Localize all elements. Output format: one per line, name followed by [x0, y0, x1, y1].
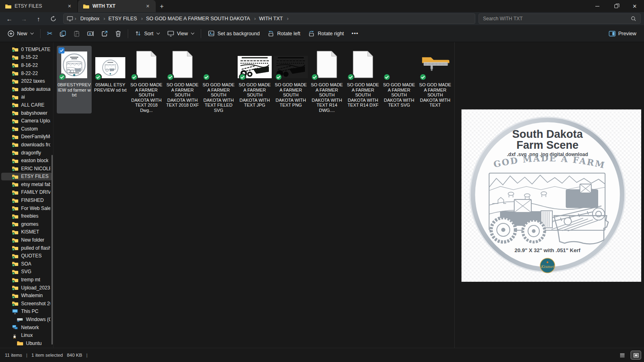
rotate-left-button[interactable]: Rotate left	[264, 27, 304, 40]
sidebar-item-label: dragonfly	[21, 150, 41, 156]
sidebar-item[interactable]: adobe autosave	[1, 85, 52, 93]
sidebar-item[interactable]: Linux	[1, 331, 52, 339]
breadcrumb-item[interactable]: Dropbox ›	[78, 15, 106, 22]
file-tile[interactable]: 0SMALL ETSY PREVIEW sd txt	[93, 46, 128, 114]
new-button[interactable]: New	[4, 27, 37, 40]
sort-button[interactable]: Sort	[131, 27, 163, 40]
see-more-button[interactable]: •••	[348, 27, 362, 40]
file-tile[interactable]: SO GOD MADE A FARMER SOUTH DAKOTA WITH T…	[346, 46, 380, 114]
breadcrumb-item[interactable]: SO GOD MADE A FARMER SOUTH DAKOTA ›	[144, 15, 257, 22]
breadcrumb-item[interactable]: ETSY FILES ›	[106, 15, 144, 22]
sidebar-item[interactable]: ETSY FILES	[1, 173, 52, 181]
sidebar-item[interactable]: pulled of flash	[1, 244, 52, 252]
file-name: SO GOD MADE A FARMER SOUTH DAKOTA WITH T…	[274, 82, 307, 108]
thumbnail-view-button[interactable]	[631, 351, 641, 359]
share-button[interactable]	[98, 27, 111, 40]
file-tile[interactable]: SO GOD MADE A FARMER SOUTH DAKOTA WITH T…	[418, 46, 453, 114]
close-tab-icon[interactable]: ✕	[66, 3, 73, 10]
breadcrumb-item[interactable]: WITH TXT ›	[257, 15, 290, 22]
sidebar-item-label: KISMET	[21, 229, 39, 235]
sidebar-item[interactable]: Windows (C:)	[1, 315, 52, 323]
sidebar-item[interactable]: 0 TEMPLATES	[1, 45, 52, 54]
sidebar-item[interactable]: Ubuntu	[1, 339, 52, 347]
breadcrumb-label[interactable]: Dropbox	[78, 15, 102, 22]
toolbar-divider	[40, 29, 41, 38]
file-tile[interactable]: SO GOD MADE A FARMER SOUTH DAKOTA WITH T…	[237, 46, 272, 114]
sidebar-item[interactable]: gnomes	[1, 220, 52, 228]
sidebar-item[interactable]: Camera Upload	[1, 117, 52, 125]
new-tab-button[interactable]: +	[156, 1, 168, 12]
sidebar-item[interactable]: ai	[1, 93, 52, 101]
restore-button[interactable]	[607, 0, 625, 12]
file-tile[interactable]: SO GOD MADE A FARMER SOUTH DAKOTA WITH T…	[201, 46, 236, 114]
tab-etsy-files[interactable]: ETSY FILES ✕	[0, 0, 78, 12]
paste-button[interactable]	[70, 27, 83, 40]
file-tile[interactable]: SO GOD MADE A FARMER SOUTH DAKOTA WITH T…	[309, 46, 344, 114]
preview-toggle-button[interactable]: Preview	[605, 27, 640, 40]
breadcrumb-label[interactable]: ETSY FILES	[106, 15, 140, 22]
sidebar-item[interactable]: Network	[1, 323, 52, 332]
sidebar-item[interactable]: etsy metal fab	[1, 180, 52, 188]
sidebar-item[interactable]: Whalemin	[1, 291, 52, 300]
cut-button[interactable]: ✂	[44, 27, 56, 40]
sidebar-item[interactable]: This PC	[1, 308, 52, 316]
breadcrumb-label[interactable]: WITH TXT	[257, 15, 286, 22]
sidebar-item[interactable]: babyshower	[1, 109, 52, 117]
sidebar-item[interactable]: FINISHED	[1, 196, 52, 204]
rotate-right-icon	[308, 30, 315, 36]
sidebar-item[interactable]: SVG	[1, 268, 52, 276]
close-tab-icon[interactable]: ✕	[144, 3, 152, 10]
window-controls: ✕	[588, 0, 644, 12]
sidebar-item[interactable]: 8-22-22	[1, 69, 52, 77]
file-tile[interactable]: SO GOD MADE A FARMER SOUTH DAKOTA WITH T…	[129, 46, 164, 114]
sidebar-item[interactable]: downloads fror	[1, 141, 52, 149]
forward-button[interactable]: →	[17, 13, 31, 24]
minimize-button[interactable]	[588, 0, 607, 12]
sidebar-item[interactable]: Custom	[1, 125, 52, 133]
copy-button[interactable]	[56, 27, 69, 40]
sidebar-item[interactable]: FAMILY DRIVEN	[1, 188, 52, 197]
view-button[interactable]: View	[164, 27, 197, 40]
delete-button[interactable]	[112, 27, 125, 40]
rotate-right-button[interactable]: Rotate right	[305, 27, 348, 40]
file-tile[interactable]: SO GOD MADE A FARMER SOUTH DAKOTA WITH T…	[165, 46, 200, 114]
status-divider: |	[86, 353, 88, 358]
refresh-button[interactable]	[46, 13, 60, 24]
breadcrumb-label[interactable]: SO GOD MADE A FARMER SOUTH DAKOTA	[144, 15, 253, 22]
set-as-background-button[interactable]: Set as background	[204, 27, 263, 40]
sidebar-item[interactable]: 8-15-22	[1, 54, 52, 62]
file-tile[interactable]: 0BIFESTYPREVIEW sd farmer w txt	[57, 46, 92, 114]
sidebar-item[interactable]: Screenshot 2023	[1, 300, 52, 308]
sidebar-item[interactable]: Upload_2023100	[1, 284, 52, 292]
sidebar-item[interactable]: ALL CARE	[1, 101, 52, 109]
details-view-button[interactable]	[617, 351, 627, 359]
sidebar-item-label: Custom	[21, 126, 38, 132]
back-button[interactable]: ←	[2, 13, 16, 24]
file-tile[interactable]: SO GOD MADE A FARMER SOUTH DAKOTA WITH T…	[382, 46, 416, 114]
tab-with-txt[interactable]: WITH TXT ✕	[78, 0, 156, 12]
sidebar-item[interactable]: ERIC NICOLE N	[1, 165, 52, 173]
rename-button[interactable]: A	[84, 27, 97, 40]
sidebar-item-label: pulled of flash	[21, 245, 50, 251]
sidebar-item[interactable]: freebies	[1, 212, 52, 220]
search-input[interactable]	[483, 16, 627, 21]
sidebar-item[interactable]: tremp mt	[1, 276, 52, 284]
sidebar-item[interactable]: 2022 taxes	[1, 77, 52, 85]
dropbox-folder-icon	[12, 79, 18, 84]
sidebar-item[interactable]: 8-16-22	[1, 61, 52, 69]
sidebar-item[interactable]: For Web Sales	[1, 204, 52, 212]
sidebar-item[interactable]: easton block	[1, 156, 52, 165]
sidebar-item[interactable]: KISMET	[1, 228, 52, 236]
address-bar[interactable]: › Dropbox › ETSY FILES › SO GOD MADE A F…	[63, 13, 475, 24]
search-box[interactable]	[479, 13, 641, 24]
selection-checkbox[interactable]	[58, 47, 64, 54]
sidebar-scrollbar[interactable]	[52, 155, 53, 345]
sidebar-item[interactable]: dragonfly	[1, 149, 52, 157]
up-button[interactable]: ↑	[32, 13, 45, 24]
sidebar-item[interactable]: New folder	[1, 236, 52, 244]
sidebar-item[interactable]: QUOTES	[1, 252, 52, 260]
file-tile[interactable]: SO GOD MADE A FARMER SOUTH DAKOTA WITH T…	[273, 46, 308, 114]
close-button[interactable]: ✕	[625, 0, 644, 12]
sidebar-item[interactable]: SOA	[1, 260, 52, 268]
sidebar-item[interactable]: DeerFamilyMou	[1, 133, 52, 141]
